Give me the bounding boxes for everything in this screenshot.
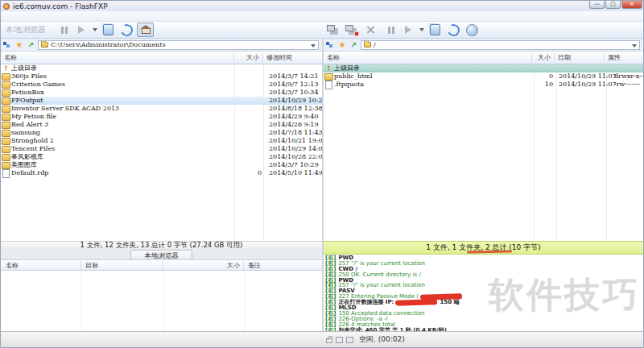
local-file-row[interactable]: FFOutput 2014/10/29 10:21 [1,97,322,105]
go-green-button[interactable] [25,40,36,50]
file-type-icon [1,130,11,137]
local-status-bar: 1 文件, 12 文件夹, 13 总计 0 字节 (27.24 GB 可用) [1,241,322,250]
queue-column-target[interactable]: 目标 [81,261,163,270]
flashfxp-window: ie6.comuv.com - FlashFXP — ▢ ✕ 本地浏览器 C:\… [0,0,644,348]
file-type-icon [1,64,11,72]
local-file-row[interactable]: 暴风影视库 2014/10/28 22:05 [1,153,322,161]
file-type-icon [1,154,11,161]
local-file-row[interactable]: 上级目录 [1,64,322,72]
transfer-queue-list[interactable] [1,271,322,333]
local-path-field[interactable]: C:\Users\Administrator\Documents [38,40,319,50]
local-file-row[interactable]: 美图图库 2014/3/7 10:29 [1,161,322,169]
home-button[interactable] [137,23,154,37]
pause-button[interactable] [54,23,71,37]
file-type-icon [1,97,11,105]
local-file-row[interactable]: Red Alert 3 2014/4/26 9:19 [1,121,322,129]
caret-button[interactable] [91,23,98,37]
file-date: 2014/9/7 12:13 [263,81,322,89]
panel-splitter[interactable] [322,39,324,333]
caret-button[interactable] [418,23,425,37]
queue-column-name[interactable]: 名称 [1,261,81,270]
file-name: FFOutput [11,97,234,105]
local-file-row[interactable]: Inventor Server SDK ACAD 2013 2014/8/18 … [1,105,322,113]
path-dropdown-icon[interactable] [311,44,316,48]
close-button[interactable]: ✕ [621,1,642,9]
remote-file-row[interactable]: public_html 0 2014/10/29 11:07 drwxr-x--… [324,72,643,81]
favorite-star-button[interactable] [336,40,348,50]
tab-local-browser[interactable]: 本地浏览器 [130,250,192,259]
local-tab-bar: 本地浏览器 [1,250,322,260]
queue-column-size[interactable]: 大小 [163,261,244,270]
bottom-status-bar: 空闲. (00:02) [1,331,643,347]
local-file-row[interactable]: Criterion Games 2014/9/7 12:13 [1,81,322,89]
column-attr[interactable]: 属性 [605,53,643,62]
local-file-row[interactable]: FetionBox 2014/3/7 10:34 [1,89,322,97]
file-type-icon [1,122,11,129]
maximize-button[interactable]: ▢ [605,1,621,9]
minimize-button[interactable]: — [589,1,605,9]
remote-file-row[interactable]: 上级目录 [324,64,643,72]
file-type-icon [1,89,11,97]
column-date[interactable]: 日期 [555,53,605,62]
column-name[interactable]: 名称 [1,53,234,62]
file-type-icon [1,169,11,178]
file-date: 2014/4/26 9:19 [263,121,322,129]
column-date[interactable]: 修改时间 [263,53,322,62]
panel-toggle-icon[interactable] [336,337,343,343]
file-attr: -rw------- [605,81,643,89]
file-name: Tencent Files [11,145,234,153]
folder-icon [41,42,48,48]
folder-icon [364,42,371,48]
column-size[interactable]: 大小 [532,53,555,62]
remote-path-bar: / [324,39,643,52]
local-path-bar: C:\Users\Administrator\Documents [1,39,322,52]
local-file-row[interactable]: samsung 2014/7/18 11:43 [1,129,322,137]
local-file-row[interactable]: Tencent Files 2014/10/29 14:00 [1,145,322,153]
refresh-button[interactable] [445,23,462,37]
workspace-button[interactable] [325,40,336,50]
local-file-row[interactable]: 360js Files 2014/3/7 14:21 [1,72,322,81]
column-size[interactable]: 大小 [234,53,263,62]
layout-icon[interactable] [346,337,353,343]
queue-column-note[interactable]: 备注 [244,261,322,270]
abort-button[interactable] [362,23,379,37]
file-type-icon [1,106,11,113]
remote-path-field[interactable]: / [361,40,640,50]
go-green-button[interactable] [348,40,359,50]
toolbar: 本地浏览器 [1,22,643,39]
ftp-log-panel[interactable]: [右]PWD [右]257 "/" is your current locati… [324,255,643,333]
file-name: 暴风影视库 [11,153,234,161]
file-name: Criterion Games [11,81,234,89]
file-date: 2014/10/29 11:07 [555,72,605,81]
local-file-row[interactable]: Default.rdp 0 2014/5/10 11:49 [1,169,322,177]
transfer-button[interactable] [100,23,117,37]
connect-button[interactable] [325,23,342,37]
remote-path-text: / [374,41,376,48]
refresh-button[interactable] [118,23,135,37]
pause-button[interactable] [381,23,398,37]
file-type-icon [1,162,11,169]
workspace-button[interactable] [2,40,14,50]
file-date: 2014/10/29 10:21 [263,97,322,105]
play-button[interactable] [399,23,416,37]
log-line: [右]250 OK. Current directory is / [325,272,643,278]
log-line: [右]正在打开数据连接 IP:150 端 [325,300,643,305]
favorite-star-button[interactable] [14,40,25,50]
file-date: 2014/4/29 9:40 [263,113,322,121]
local-browser-label: 本地浏览器 [6,24,46,35]
file-type-icon [1,114,11,121]
file-date: 2014/10/29 14:00 [263,145,322,153]
column-name[interactable]: 名称 [324,53,532,62]
globe-button[interactable] [464,23,481,37]
transfer-button[interactable] [427,23,444,37]
local-file-row[interactable]: My Fetion file 2014/4/29 9:40 [1,113,322,121]
file-name: samsung [11,129,234,137]
file-type-icon [324,64,334,72]
path-dropdown-icon[interactable] [632,44,637,48]
disconnect-button[interactable] [344,23,361,37]
local-file-row[interactable]: Stronghold 2 2014/10/21 19:05 [1,137,322,145]
file-name: My Fetion file [11,113,234,121]
play-button[interactable] [72,23,89,37]
file-date: 2014/10/21 19:05 [263,137,322,145]
remote-file-row[interactable]: .ftpquota 10 2014/10/29 11:07 -rw------- [324,81,643,89]
